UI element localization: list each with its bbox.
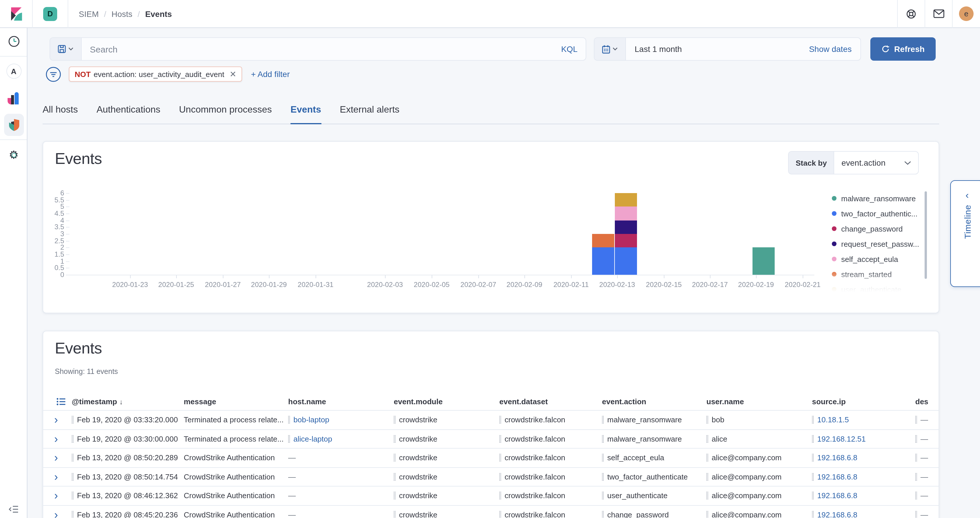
- legend-item-malware_ransomware[interactable]: malware_ransomware: [832, 191, 919, 206]
- expand-row-chevron-icon[interactable]: ›: [43, 471, 72, 482]
- filter-pill-negated[interactable]: NOT event.action: user_activity_audit_ev…: [69, 67, 242, 82]
- tab-external-alerts[interactable]: External alerts: [340, 105, 399, 124]
- nav-visualize-app[interactable]: [0, 84, 27, 111]
- drag-handle-icon[interactable]: [915, 511, 917, 518]
- refresh-button[interactable]: Refresh: [870, 37, 935, 61]
- column-header-hostname[interactable]: host.name: [288, 397, 394, 406]
- drag-handle-icon[interactable]: [500, 416, 501, 424]
- expand-row-chevron-icon[interactable]: ›: [43, 490, 72, 501]
- column-header-username[interactable]: user.name: [706, 397, 812, 406]
- legend-item-request_reset_passw[interactable]: request_reset_passw...: [832, 236, 919, 251]
- search-input[interactable]: Search KQL: [82, 38, 585, 60]
- drag-handle-icon[interactable]: [394, 435, 396, 443]
- saved-query-menu-button[interactable]: [50, 38, 82, 60]
- column-header-timestamp[interactable]: @timestamp↓: [72, 397, 184, 406]
- user-avatar[interactable]: e: [959, 6, 974, 21]
- drag-handle-icon[interactable]: [915, 416, 917, 424]
- tab-events[interactable]: Events: [291, 105, 321, 124]
- column-header-message[interactable]: message: [184, 397, 288, 406]
- drag-handle-icon[interactable]: [602, 492, 604, 500]
- show-dates-button[interactable]: Show dates: [809, 38, 861, 60]
- expand-row-chevron-icon[interactable]: ›: [43, 452, 72, 464]
- drag-handle-icon[interactable]: [394, 454, 396, 462]
- filter-options-icon[interactable]: [46, 66, 61, 82]
- drag-handle-icon[interactable]: [500, 473, 501, 481]
- breadcrumb-siem[interactable]: SIEM: [79, 9, 99, 18]
- fields-browser-icon[interactable]: [57, 398, 65, 405]
- legend-item-self_accept_eula[interactable]: self_accept_eula: [832, 251, 919, 267]
- drag-handle-icon[interactable]: [812, 416, 814, 424]
- help-button[interactable]: [898, 0, 924, 28]
- drag-handle-icon[interactable]: [915, 473, 917, 481]
- drag-handle-icon[interactable]: [500, 492, 501, 500]
- tab-all-hosts[interactable]: All hosts: [43, 105, 78, 124]
- legend-item-user_authenticate[interactable]: user_authenticate: [832, 282, 919, 292]
- column-header-sourceip[interactable]: source.ip: [812, 397, 915, 406]
- date-quick-select-button[interactable]: [594, 38, 626, 60]
- collapse-nav-button[interactable]: [0, 505, 27, 513]
- expand-row-chevron-icon[interactable]: ›: [43, 434, 72, 445]
- tab-authentications[interactable]: Authentications: [97, 105, 161, 124]
- drag-handle-icon[interactable]: [394, 473, 396, 481]
- column-header-des[interactable]: des: [915, 397, 939, 406]
- drag-handle-icon[interactable]: [72, 492, 73, 500]
- kql-syntax-button[interactable]: KQL: [561, 44, 578, 54]
- drag-handle-icon[interactable]: [394, 492, 396, 500]
- drag-handle-icon[interactable]: [706, 492, 708, 500]
- drag-handle-icon[interactable]: [706, 511, 708, 518]
- column-header-eventmodule[interactable]: event.module: [394, 397, 500, 406]
- drag-handle-icon[interactable]: [500, 435, 501, 443]
- breadcrumb-hosts[interactable]: Hosts: [111, 9, 132, 18]
- drag-handle-icon[interactable]: [812, 511, 814, 518]
- drag-handle-icon[interactable]: [915, 454, 917, 462]
- legend-item-two_factor_authentic[interactable]: two_factor_authentic...: [832, 206, 919, 221]
- drag-handle-icon[interactable]: [812, 454, 814, 462]
- drag-handle-icon[interactable]: [500, 454, 501, 462]
- drag-handle-icon[interactable]: [812, 435, 814, 443]
- nav-management[interactable]: ⚙: [0, 141, 27, 168]
- legend-item-stream_started[interactable]: stream_started: [832, 267, 919, 282]
- cell-event-module: crowdstrike: [394, 472, 500, 481]
- drag-handle-icon[interactable]: [602, 435, 604, 443]
- nav-app-a[interactable]: A: [0, 58, 27, 84]
- drag-handle-icon[interactable]: [72, 473, 73, 481]
- drag-handle-icon[interactable]: [602, 416, 604, 424]
- drag-handle-icon[interactable]: [915, 435, 917, 443]
- nav-siem-app-active[interactable]: [0, 111, 27, 138]
- legend-scrollbar[interactable]: [924, 191, 927, 279]
- expand-row-chevron-icon[interactable]: ›: [43, 415, 72, 426]
- drag-handle-icon[interactable]: [706, 454, 708, 462]
- y-axis-tick: [66, 241, 69, 241]
- drag-handle-icon[interactable]: [706, 416, 708, 424]
- drag-handle-icon[interactable]: [915, 492, 917, 500]
- tab-uncommon-processes[interactable]: Uncommon processes: [179, 105, 272, 124]
- drag-handle-icon[interactable]: [72, 511, 73, 518]
- drag-handle-icon[interactable]: [602, 511, 604, 518]
- drag-handle-icon[interactable]: [706, 435, 708, 443]
- timeline-toggle-flap[interactable]: ‹ Timeline: [950, 180, 980, 287]
- remove-filter-icon[interactable]: ✕: [229, 70, 236, 79]
- legend-item-change_password[interactable]: change_password: [832, 221, 919, 236]
- expand-row-chevron-icon[interactable]: ›: [43, 509, 72, 518]
- drag-handle-icon[interactable]: [812, 473, 814, 481]
- drag-handle-icon[interactable]: [706, 473, 708, 481]
- drag-handle-icon[interactable]: [72, 416, 73, 424]
- drag-handle-icon[interactable]: [394, 511, 396, 518]
- column-header-eventaction[interactable]: event.action: [602, 397, 706, 406]
- drag-handle-icon[interactable]: [500, 511, 501, 518]
- drag-handle-icon[interactable]: [72, 454, 73, 462]
- drag-handle-icon[interactable]: [602, 473, 604, 481]
- column-header-eventdataset[interactable]: event.dataset: [500, 397, 602, 406]
- kibana-logo-icon[interactable]: [9, 6, 24, 21]
- drag-handle-icon[interactable]: [72, 435, 73, 443]
- drag-handle-icon[interactable]: [812, 492, 814, 500]
- drag-handle-icon[interactable]: [288, 435, 290, 443]
- drag-handle-icon[interactable]: [288, 416, 290, 424]
- drag-handle-icon[interactable]: [602, 454, 604, 462]
- time-range-value[interactable]: Last 1 month: [626, 38, 809, 60]
- recently-viewed-button[interactable]: [0, 28, 27, 55]
- add-filter-button[interactable]: + Add filter: [251, 70, 290, 79]
- space-switcher-badge[interactable]: D: [43, 7, 57, 21]
- newsfeed-button[interactable]: [925, 0, 952, 28]
- drag-handle-icon[interactable]: [394, 416, 396, 424]
